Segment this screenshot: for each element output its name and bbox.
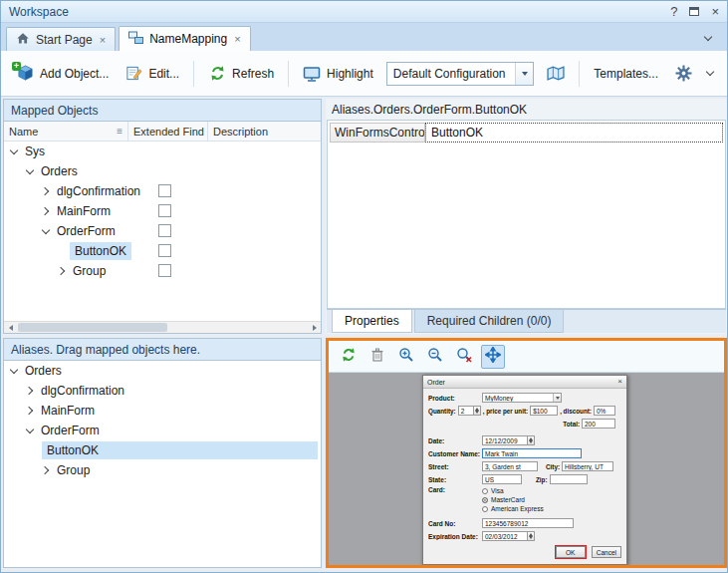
- total-label: Total:: [563, 421, 580, 428]
- tree-item-group[interactable]: Group: [4, 261, 321, 281]
- tree-label: dlgConfirmation: [36, 382, 129, 400]
- price-field: $100: [530, 406, 558, 416]
- chevron-right-icon[interactable]: [56, 264, 68, 278]
- highlight-icon: [303, 65, 321, 83]
- chevron-down-icon[interactable]: [24, 424, 36, 437]
- mapped-objects-tree: Sys Orders dlgConfirmation MainForm: [4, 142, 321, 281]
- tree-item-buttonok[interactable]: ButtonOK: [4, 241, 321, 261]
- alias-item-orders[interactable]: Orders: [4, 361, 321, 381]
- zoom-in-button[interactable]: [394, 345, 418, 369]
- templates-button[interactable]: Templates...: [587, 60, 665, 88]
- chevron-right-icon[interactable]: [40, 184, 52, 198]
- close-button[interactable]: ×: [711, 5, 719, 18]
- extended-find-checkbox[interactable]: [158, 224, 171, 237]
- zoom-reset-button[interactable]: [452, 345, 476, 369]
- chevron-down-icon: [553, 394, 561, 402]
- refresh-button[interactable]: Refresh: [201, 58, 281, 90]
- highlight-button[interactable]: Highlight: [296, 58, 380, 90]
- alias-item-mainform[interactable]: MainForm: [4, 401, 321, 421]
- zoom-in-icon: [398, 347, 414, 367]
- arrow-left-icon: [9, 325, 13, 331]
- add-object-button[interactable]: + Add Object...: [9, 58, 116, 90]
- tab-start-page[interactable]: Start Page ×: [6, 27, 116, 51]
- chevron-down-icon[interactable]: [8, 364, 20, 378]
- name-mapping-icon: [128, 31, 143, 48]
- date-label: Date:: [428, 437, 482, 444]
- customer-name-label: Customer Name:: [428, 450, 482, 457]
- update-mapping-button[interactable]: [540, 58, 572, 90]
- tab-name-mapping[interactable]: NameMapping ×: [119, 26, 250, 51]
- spinner-icon: [473, 406, 481, 416]
- column-label: Name: [9, 126, 38, 138]
- horizontal-scrollbar[interactable]: [4, 321, 321, 333]
- tree-item-mainform[interactable]: MainForm: [4, 201, 321, 221]
- edit-button[interactable]: Edit...: [118, 58, 186, 90]
- titlebar: Workspace ? ×: [1, 1, 727, 23]
- property-name-cell[interactable]: WinFormsContro: [330, 123, 425, 143]
- preview-image-area[interactable]: Order × Product: MyMoney Quantity:: [329, 373, 724, 565]
- chevron-down-icon[interactable]: [8, 144, 20, 158]
- chevron-right-icon[interactable]: [40, 204, 52, 218]
- refresh-icon: [208, 65, 226, 83]
- chevron-right-icon[interactable]: [24, 404, 36, 418]
- float-button[interactable]: [689, 7, 699, 16]
- object-preview-panel: Order × Product: MyMoney Quantity:: [326, 338, 727, 568]
- column-header-description[interactable]: Description: [208, 122, 321, 141]
- delete-image-button[interactable]: [365, 345, 389, 369]
- float-icon: [689, 7, 699, 16]
- zoom-out-button[interactable]: [423, 345, 447, 369]
- quantity-label: Quantity:: [428, 408, 456, 415]
- column-header-name[interactable]: Name ≡: [4, 122, 128, 141]
- tab-label: NameMapping: [149, 32, 227, 46]
- column-header-extended-find[interactable]: Extended Find: [128, 122, 208, 141]
- toolbar-overflow-button[interactable]: [701, 68, 719, 79]
- combo-dropdown-button[interactable]: [515, 63, 533, 85]
- scroll-left-button[interactable]: [4, 322, 17, 333]
- tab-properties[interactable]: Properties: [332, 310, 412, 333]
- window-title: Workspace: [9, 5, 69, 19]
- configuration-select[interactable]: Default Configuration: [386, 62, 535, 86]
- extended-find-checkbox[interactable]: [158, 204, 171, 217]
- card-option-mastercard: MasterCard: [491, 496, 525, 503]
- tab-list-dropdown-button[interactable]: [695, 35, 721, 42]
- tree-item-sys[interactable]: Sys: [4, 142, 321, 161]
- tree-item-dlgconfirmation[interactable]: dlgConfirmation: [4, 181, 321, 201]
- property-value-cell[interactable]: ButtonOK: [425, 123, 723, 143]
- tree-item-orders[interactable]: Orders: [4, 161, 321, 181]
- tab-close-icon[interactable]: ×: [234, 33, 240, 45]
- extended-find-checkbox[interactable]: [158, 184, 171, 197]
- help-button[interactable]: ?: [670, 5, 677, 18]
- chevron-down-icon[interactable]: [40, 224, 52, 238]
- chevron-right-icon[interactable]: [40, 463, 52, 477]
- zip-label: Zip:: [536, 476, 548, 483]
- alias-item-buttonok[interactable]: ButtonOK: [4, 440, 321, 460]
- extended-find-checkbox[interactable]: [158, 264, 171, 277]
- pan-tool-button[interactable]: [481, 345, 505, 369]
- alias-item-orderform[interactable]: OrderForm: [4, 421, 321, 440]
- mapped-objects-header: Mapped Objects: [4, 100, 321, 122]
- zip-field: [550, 474, 588, 484]
- preview-toolbar: [329, 341, 724, 373]
- tab-close-icon[interactable]: ×: [100, 34, 106, 46]
- settings-button[interactable]: [667, 58, 699, 90]
- tab-required-children[interactable]: Required Children (0/0): [414, 310, 565, 333]
- properties-grid: WinFormsContro ButtonOK: [327, 120, 726, 309]
- aliases-tree: Orders dlgConfirmation MainForm OrderFor…: [4, 361, 321, 480]
- selected-object-path: Aliases.Orders.OrderForm.ButtonOK: [327, 100, 726, 120]
- scrollbar-thumb[interactable]: [18, 323, 167, 332]
- tree-item-orderform[interactable]: OrderForm: [4, 221, 321, 241]
- price-label: , price per unit:: [483, 408, 528, 415]
- order-dialog-title: Order: [427, 379, 445, 386]
- extended-find-checkbox[interactable]: [158, 244, 171, 257]
- refresh-preview-button[interactable]: [337, 345, 361, 369]
- tree-label: dlgConfirmation: [52, 182, 145, 200]
- chevron-down-icon[interactable]: [24, 164, 36, 178]
- alias-item-dlgconfirmation[interactable]: dlgConfirmation: [4, 381, 321, 401]
- tree-label-selected: ButtonOK: [42, 441, 318, 459]
- scroll-right-button[interactable]: [308, 322, 321, 333]
- discount-field: 0%: [594, 406, 615, 416]
- alias-item-group[interactable]: Group: [4, 460, 321, 480]
- chevron-right-icon[interactable]: [24, 384, 36, 398]
- property-row: WinFormsContro ButtonOK: [330, 123, 723, 143]
- document-tab-bar: Start Page × NameMapping ×: [1, 23, 727, 51]
